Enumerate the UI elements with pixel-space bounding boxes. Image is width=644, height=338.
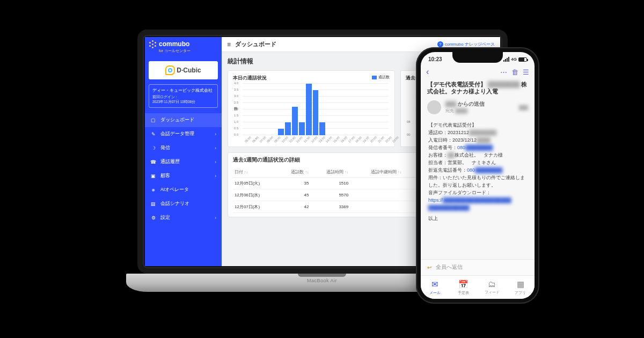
nav-settings[interactable]: ⚙ 設定 › — [145, 211, 222, 225]
nav: ▢ ダッシュボード ✎ 会話データ管理 › ☽ 発信 › — [145, 113, 222, 225]
tab-bar: ✉ メール 📅 予定表 🗂 フィード ▦ アプリ — [421, 275, 535, 299]
last-login-value: 2023年11月07日 10時08分 — [152, 100, 195, 104]
reply-icon: ↩ — [427, 264, 431, 270]
trash-icon[interactable]: 🗑 — [511, 68, 518, 76]
brand: commubo for コールセンター — [145, 37, 222, 58]
field-label: お客様： — [428, 152, 448, 158]
legend-swatch-icon — [372, 76, 377, 79]
phone-icon: ☎ — [150, 159, 156, 165]
tab-feed[interactable]: 🗂 フィード — [478, 276, 506, 299]
nav-label: 会話データ管理 — [160, 131, 194, 137]
archive-icon[interactable]: ☰ — [523, 68, 529, 76]
chevron-icon: › — [215, 215, 216, 221]
tab-mail[interactable]: ✉ メール — [421, 276, 449, 299]
laptop-model-label: MacBook Air — [307, 278, 337, 283]
chevron-icon: › — [215, 131, 216, 137]
field-value: 080 — [467, 167, 475, 173]
nav-dashboard[interactable]: ▢ ダッシュボード — [145, 113, 222, 127]
from-suffix: からの送信 — [458, 101, 485, 107]
back-icon[interactable]: ‹ — [426, 67, 429, 77]
field-label: 入電日時： — [428, 137, 452, 143]
battery-icon — [518, 57, 527, 62]
field-label: 通話ID： — [428, 130, 448, 135]
tab-calendar[interactable]: 📅 予定表 — [449, 276, 478, 299]
brand-logo-icon — [149, 40, 157, 48]
tab-label: 予定表 — [458, 290, 469, 296]
nav-outbound[interactable]: ☽ 発信 › — [145, 141, 222, 155]
chevron-icon: › — [215, 173, 216, 179]
help-link[interactable]: ? commubo ナレッジベース — [437, 41, 495, 47]
brand-subtitle: for コールセンター — [159, 48, 217, 54]
field-value: 080 — [457, 145, 465, 150]
nav-label: ダッシュボード — [160, 117, 194, 123]
table-header[interactable]: 通話数↑↓ — [277, 167, 310, 178]
from-redacted: ███ — [445, 101, 456, 107]
field-value: 株式会社。 タナカ様 — [455, 152, 503, 158]
customer-icon: ▣ — [150, 173, 156, 179]
apps-icon: ▦ — [517, 280, 524, 289]
partner-logo: D·Cubic — [149, 61, 218, 79]
more-icon[interactable]: ⋯ — [500, 68, 507, 76]
status-time: 10:23 — [428, 56, 442, 62]
body-closing: 以上 — [428, 215, 527, 223]
field-value: 営業部。 ナミキさん — [448, 160, 496, 165]
chart-legend: 通話数 — [372, 75, 390, 80]
table-header[interactable]: 日付↑↓ — [233, 167, 277, 178]
mail-icon: ✉ — [431, 280, 438, 289]
table-header[interactable]: 通話中継時間↑↓ — [350, 167, 403, 178]
body-header: 【デモ代表電話受付】 — [428, 122, 527, 129]
reply-bar[interactable]: ↩ 全員へ返信 — [421, 259, 535, 275]
menu-icon[interactable]: ≡ — [227, 41, 231, 48]
mail-toolbar: ‹ ⋯ 🗑 ☰ — [421, 65, 535, 79]
help-icon: ? — [437, 41, 443, 47]
tab-apps[interactable]: ▦ アプリ — [506, 276, 535, 299]
table-header[interactable]: 通話時間↑↓ — [310, 167, 350, 178]
nav-ai-operator[interactable]: ⎈ AIオペレータ — [145, 183, 222, 197]
to-label: 宛先 — [445, 108, 454, 113]
field-label: 発信者番号： — [428, 145, 457, 150]
tab-label: メール — [429, 290, 441, 296]
avatar — [427, 100, 441, 114]
dashboard-icon: ▢ — [150, 117, 156, 123]
brand-name: commubo — [159, 40, 189, 48]
sidebar: commubo for コールセンター D·Cubic ディー・キュービック株式… — [145, 37, 222, 266]
nav-scenario[interactable]: ▤ 会話シナリオ — [145, 197, 222, 211]
gear-icon: ⚙ — [150, 215, 156, 221]
nav-label: 発信 — [160, 145, 170, 151]
nav-label: 会話シナリオ — [160, 201, 189, 207]
reply-placeholder: 全員へ返信 — [436, 264, 463, 271]
signal-icon — [503, 57, 509, 62]
today-calls-chart: 件数 0.00.51.01.52.02.53.03.54.0 05:0006:0… — [233, 84, 390, 143]
nav-customer[interactable]: ▣ 顧客 › — [145, 169, 222, 183]
scenario-icon: ▤ — [150, 201, 156, 207]
field-value: 20231212 — [448, 130, 469, 135]
body-line: 音声ファイルダウンロード： — [428, 189, 527, 197]
help-text: commubo ナレッジベース — [445, 41, 495, 47]
nav-label: 設定 — [160, 215, 170, 221]
mail-subject: 【デモ代表電話受付】 ████████ 株式会社。タナカ様より入電 — [421, 79, 535, 99]
nav-conversation-data[interactable]: ✎ 会話データ管理 › — [145, 127, 222, 141]
dcubic-icon — [165, 65, 175, 75]
phone-frame: 10:23 4G ‹ ⋯ 🗑 ☰ 【デモ代表電話受付】 ████████ 株式会… — [416, 47, 539, 304]
subject-prefix: 【デモ代表電話受付】 — [427, 81, 486, 87]
company-name: ディー・キュービック株式会社 — [152, 87, 214, 93]
tab-label: アプリ — [515, 290, 526, 296]
download-link[interactable]: https:// — [428, 197, 443, 203]
carrier-label: 4G — [511, 57, 517, 62]
moon-icon: ☽ — [150, 145, 156, 151]
partner-logo-text: D·Cubic — [177, 67, 201, 74]
page-title: ダッシュボード — [235, 40, 276, 48]
company-card: ディー・キュービック株式会社 前回ログイン : 2023年11月07日 10時0… — [149, 84, 218, 108]
card-title: 本日の通話状況 — [233, 75, 390, 82]
mail-sender: ███ からの送信 宛先 ████ ███ — [421, 99, 535, 117]
nav-call-history[interactable]: ☎ 通話履歴 › — [145, 155, 222, 169]
tab-label: フィード — [485, 290, 500, 295]
legend-label: 通話数 — [378, 75, 390, 80]
nav-label: AIオペレータ — [160, 187, 189, 193]
chevron-icon: › — [215, 159, 216, 165]
field-label: 折返先電話番号： — [428, 167, 467, 173]
nav-label: 顧客 — [160, 173, 170, 179]
nav-label: 通話履歴 — [160, 159, 180, 165]
mail-body: 【デモ代表電話受付】 通話ID：20231212████████ 入電日時：20… — [421, 117, 535, 226]
last-login-label: 前回ログイン : — [152, 95, 177, 99]
